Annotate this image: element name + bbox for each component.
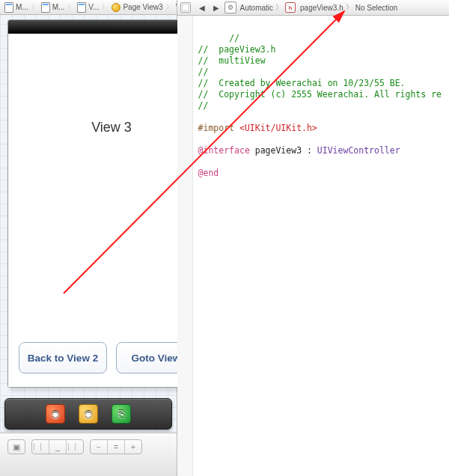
crumb-file[interactable]: V... (75, 1, 101, 14)
code-breadcrumb: ◀ ▶ ⚙ Automatic 〉 h pageView3.h 〉 No Sel… (177, 0, 449, 16)
zoom-in-icon[interactable]: + (125, 440, 141, 454)
ib-bottom-toolbar: ▣ ⎸⎸ ⎯ ⎸⎸ − = + (0, 433, 177, 476)
code-token: <UIKit/UIKit.h> (239, 123, 317, 133)
ib-breadcrumb: M... 〉 M... 〉 V... 〉 Page View3 〉 View (0, 0, 177, 15)
outline-toggle-button[interactable]: ▣ (7, 439, 25, 454)
code-token: #import (198, 123, 239, 133)
scene-icon (112, 3, 120, 12)
crumb-scene[interactable]: Page View3 (109, 1, 165, 14)
code-line: // (198, 100, 209, 111)
code-line: // Created by Weerachai on 10/23/55 BE. (198, 78, 406, 88)
zoom-actual-icon[interactable]: = (108, 440, 125, 454)
chevron-right-icon: 〉 (67, 2, 74, 12)
chevron-right-icon: 〉 (346, 2, 353, 13)
chevron-right-icon: 〉 (166, 2, 173, 12)
code-editor[interactable]: // // pageView3.h // multiView // // Cre… (177, 16, 449, 476)
crumb-project[interactable]: M... (2, 1, 31, 14)
doc-icon (41, 2, 50, 13)
code-line: // Copyright (c) 2555 Weerachai. All rig… (198, 89, 442, 100)
code-token: @interface (198, 145, 250, 156)
line-gutter (177, 16, 193, 476)
assistant-editor-pane: ◀ ▶ ⚙ Automatic 〉 h pageView3.h 〉 No Sel… (177, 0, 449, 476)
interface-builder-pane: M... 〉 M... 〉 V... 〉 Page View3 〉 View V… (0, 0, 177, 476)
align-left-icon[interactable]: ⎸⎸ (32, 440, 49, 454)
dock-bar: ◉ ◉ ⎘ (4, 398, 172, 430)
code-token: @end (198, 168, 219, 178)
crumb-group[interactable]: M... (39, 1, 67, 14)
code-line: // pageView3.h (198, 44, 276, 55)
selection-crumb[interactable]: No Selection (355, 4, 398, 12)
zoom-out-icon[interactable]: − (91, 440, 108, 454)
dock-first-responder-icon[interactable]: ◉ (79, 404, 98, 424)
related-items-icon[interactable] (180, 2, 191, 13)
align-right-icon[interactable]: ⎸⎸ (67, 440, 83, 454)
header-file-icon: h (285, 2, 296, 13)
chevron-right-icon: 〉 (31, 2, 38, 12)
dock-exit-icon[interactable]: ⎘ (112, 404, 131, 424)
zoom-segmented-control[interactable]: − = + (90, 439, 142, 454)
code-token: pageView3 : (250, 145, 317, 156)
align-segmented-control[interactable]: ⎸⎸ ⎯ ⎸⎸ (31, 439, 84, 454)
chevron-right-icon: 〉 (275, 2, 283, 13)
file-crumb[interactable]: pageView3.h (300, 4, 343, 12)
doc-icon (77, 2, 86, 13)
code-token: UIViewController (317, 145, 400, 156)
code-line: // (229, 33, 239, 43)
code-line: // multiView (198, 55, 266, 66)
nav-forward-button[interactable]: ▶ (210, 2, 222, 13)
counterparts-icon[interactable]: ⚙ (224, 1, 236, 13)
dock-files-owner-icon[interactable]: ◉ (46, 404, 65, 424)
crumb-view[interactable]: View (174, 1, 177, 14)
doc-icon (4, 2, 13, 13)
align-center-icon[interactable]: ⎯ (49, 440, 67, 454)
code-line: // (198, 67, 209, 77)
assistant-mode[interactable]: Automatic (240, 4, 273, 12)
nav-back-button[interactable]: ◀ (196, 2, 208, 13)
chevron-right-icon: 〉 (102, 2, 109, 12)
back-to-view2-button[interactable]: Back to View 2 (19, 342, 107, 373)
